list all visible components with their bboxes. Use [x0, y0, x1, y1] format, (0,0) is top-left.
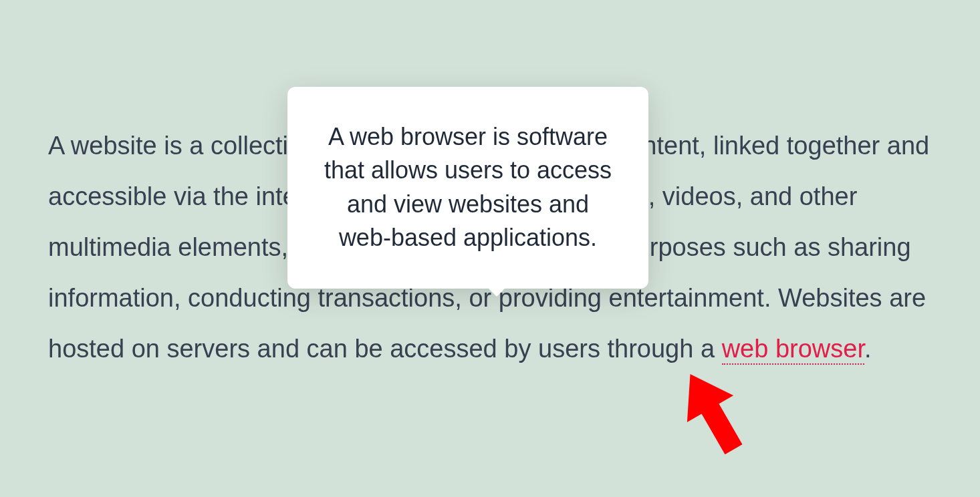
tooltip-text: A web browser is software that allows us…	[321, 120, 615, 255]
svg-marker-0	[679, 361, 752, 463]
web-browser-link[interactable]: web browser	[722, 335, 864, 365]
tooltip-arrow-icon	[487, 287, 506, 297]
cursor-arrow-icon	[679, 361, 752, 474]
tooltip-popover: A web browser is software that allows us…	[287, 87, 648, 289]
paragraph-text-after: .	[864, 335, 872, 363]
